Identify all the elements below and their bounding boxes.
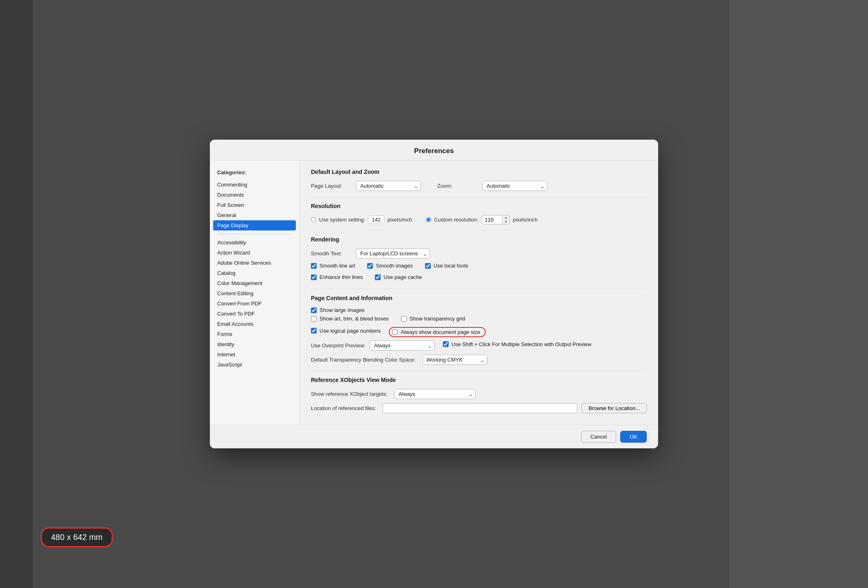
use-page-cache-checkbox[interactable] [375,274,381,280]
smooth-text-label: Smooth Text: [311,250,352,257]
sidebar-item-convert-to-pdf[interactable]: Convert To PDF [210,309,299,319]
smooth-text-select[interactable]: For Laptop/LCD screens [356,248,430,259]
transparency-select-wrapper: Working CMYK ⌄ [422,355,487,365]
overprint-select-wrapper: Always ⌄ [370,340,435,351]
use-page-cache-row: Use page cache [375,274,422,280]
always-show-document-page-size-checkbox[interactable] [392,329,398,335]
show-transparency-grid-checkbox[interactable] [401,316,407,322]
sidebar-item-color-management[interactable]: Color Management [210,278,299,288]
section-resolution: Resolution [311,203,647,209]
resolution-decrement[interactable]: ▼ [502,220,510,224]
system-setting-label: Use system setting: [319,217,365,223]
page-size-badge: 480 x 642 mm [41,527,113,547]
location-row: Location of referenced files: Browse for… [311,403,647,413]
location-input[interactable] [383,403,578,413]
sidebar-item-accessibility[interactable]: Accessibility [210,237,299,248]
show-transparency-grid-label: Show transparency grid [410,316,465,322]
resolution-increment[interactable]: ▲ [502,216,510,220]
system-setting-value: 142 [368,215,384,224]
system-pixels-unit: pixels/inch [387,217,412,223]
smooth-line-art-row: Smooth line art [311,263,355,269]
sidebar-item-catalog[interactable]: Catalog [210,268,299,278]
zoom-select[interactable]: Automatic [482,181,547,191]
use-logical-page-numbers-checkbox[interactable] [311,328,317,333]
sidebar-item-page-display[interactable]: Page Display [213,220,296,230]
page-layout-select[interactable]: Automatic [356,181,421,191]
categories-sidebar: Categories: Commenting Documents Full Sc… [210,160,300,425]
sep-2 [311,230,647,230]
sidebar-item-forms[interactable]: Forms [210,329,299,339]
zoom-select-wrapper: Automatic ⌄ [482,181,547,191]
page-layout-label: Page Layout: [311,183,352,189]
enhance-thin-lines-row: Enhance thin lines [311,274,363,280]
sep-4 [311,371,647,371]
show-art-trim-row: Show art, trim, & bleed boxes [311,316,389,322]
sidebar-item-internet[interactable]: Internet [210,349,299,360]
sidebar-item-general[interactable]: General [210,210,299,220]
custom-resolution-input[interactable] [482,215,502,224]
always-show-document-page-size-label: Always show document page size [401,329,480,335]
sidebar-item-adobe-online-services[interactable]: Adobe Online Services [210,258,299,268]
rendering-checkboxes-row2: Enhance thin lines Use page cache [311,274,647,283]
show-targets-label: Show reference XObject targets: [311,391,388,397]
sidebar-item-documents[interactable]: Documents [210,190,299,200]
resolution-spinner: ▲ ▼ [502,216,510,224]
smooth-text-select-wrapper: For Laptop/LCD screens ⌄ [356,248,430,259]
use-local-fonts-label: Use local fonts [434,263,468,269]
smooth-line-art-checkbox[interactable] [311,263,317,269]
sep-1 [311,197,647,197]
always-show-page-size-highlight: Always show document page size [389,327,486,337]
smooth-images-label: Smooth images [376,263,412,269]
page-content-row2: Show art, trim, & bleed boxes Show trans… [311,316,647,325]
custom-resolution-radio[interactable] [426,217,431,222]
ok-button[interactable]: OK [620,431,647,443]
logical-page-row: Use logical page numbers Always show doc… [311,327,647,337]
sidebar-item-convert-from-pdf[interactable]: Convert From PDF [210,298,299,309]
use-logical-page-numbers-label: Use logical page numbers [319,328,381,334]
custom-pixels-unit: pixels/inch [513,217,538,223]
custom-resolution-label: Custom resolution: [434,217,478,223]
sidebar-item-full-screen[interactable]: Full Screen [210,200,299,210]
use-local-fonts-row: Use local fonts [425,263,468,269]
show-targets-select-wrapper: Always ⌄ [394,389,476,399]
sep-3 [311,289,647,289]
section-reference-xobjects: Reference XObjects View Mode [311,377,647,383]
sidebar-item-email-accounts[interactable]: Email Accounts [210,319,299,329]
show-large-images-row: Show large images [311,307,647,313]
show-transparency-grid-row: Show transparency grid [401,316,465,322]
shift-click-row: Use Shift + Click For Multiple Selection… [443,341,592,347]
sidebar-item-action-wizard[interactable]: Action Wizard [210,248,299,258]
overprint-row: Use Overprint Preview: Always ⌄ Use Shif… [311,340,647,351]
enhance-thin-lines-label: Enhance thin lines [319,274,363,280]
cancel-button[interactable]: Cancel [581,431,616,443]
show-art-trim-checkbox[interactable] [311,316,317,322]
browse-button[interactable]: Browse for Location... [582,403,647,413]
enhance-thin-lines-checkbox[interactable] [311,274,317,280]
show-large-images-checkbox[interactable] [311,307,317,313]
use-logical-page-numbers-row: Use logical page numbers [311,328,381,334]
shift-click-label: Use Shift + Click For Multiple Selection… [452,341,592,347]
transparency-label: Default Transparency Blending Color Spac… [311,357,416,363]
preferences-dialog: Preferences Categories: Commenting Docum… [210,140,658,448]
sidebar-item-commenting[interactable]: Commenting [210,180,299,190]
use-page-cache-label: Use page cache [383,274,422,280]
overprint-select[interactable]: Always [370,340,435,351]
sidebar-item-content-editing[interactable]: Content Editing [210,288,299,298]
shift-click-checkbox[interactable] [443,341,449,347]
show-targets-select[interactable]: Always [394,389,476,399]
system-setting-radio-row: Use system setting: 142 pixels/inch [311,215,412,224]
show-targets-row: Show reference XObject targets: Always ⌄ [311,389,647,399]
smooth-images-checkbox[interactable] [367,263,373,269]
show-large-images-label: Show large images [319,307,365,313]
custom-resolution-input-wrapper: ▲ ▼ [481,215,510,224]
dialog-footer: Cancel OK [210,425,658,448]
section-page-content: Page Content and Information [311,295,647,301]
use-local-fonts-checkbox[interactable] [425,263,431,269]
dialog-title: Preferences [210,140,658,160]
show-art-trim-label: Show art, trim, & bleed boxes [319,316,389,322]
sidebar-item-javascript[interactable]: JavaScript [210,360,299,370]
system-setting-radio[interactable] [311,217,316,222]
transparency-select[interactable]: Working CMYK [422,355,487,365]
preferences-content: Default Layout and Zoom Page Layout: Aut… [300,160,658,425]
sidebar-item-identity[interactable]: Identity [210,339,299,349]
